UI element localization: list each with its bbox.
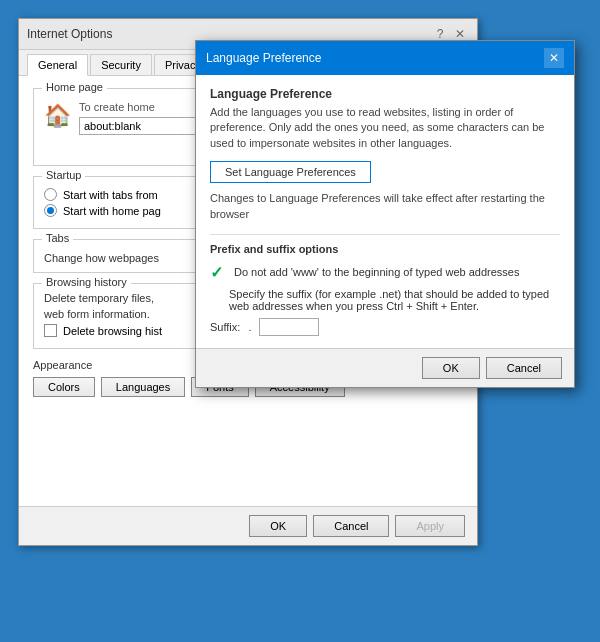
startup-radio2-fill	[47, 207, 54, 214]
suffix-input[interactable]	[259, 318, 319, 336]
ie-footer: OK Cancel Apply	[19, 506, 477, 545]
lang-section-title: Language Preference	[210, 87, 560, 101]
home-icon: 🏠	[44, 103, 71, 129]
startup-label2: Start with home pag	[63, 205, 161, 217]
tab-security[interactable]: Security	[90, 54, 152, 75]
suffix-desc: Specify the suffix (for example .net) th…	[229, 288, 560, 312]
lang-cancel-btn[interactable]: Cancel	[486, 357, 562, 379]
lang-preference-dialog: Language Preference ✕ Language Preferenc…	[195, 40, 575, 388]
homepage-section-label: Home page	[42, 81, 107, 93]
no-www-label: Do not add 'www' to the beginning of typ…	[234, 266, 520, 278]
suffix-check-icon: ✓	[210, 290, 223, 309]
suffix-row: Suffix: .	[210, 318, 560, 336]
startup-label1: Start with tabs from	[63, 189, 158, 201]
lang-content: Language Preference Add the languages yo…	[196, 75, 574, 348]
colors-btn[interactable]: Colors	[33, 377, 95, 397]
lang-titlebar: Language Preference ✕	[196, 41, 574, 75]
lang-divider	[210, 234, 560, 235]
delete-history-checkbox[interactable]	[44, 324, 57, 337]
startup-radio2[interactable]	[44, 204, 57, 217]
ie-apply-btn[interactable]: Apply	[395, 515, 465, 537]
no-www-row: ✓ Do not add 'www' to the beginning of t…	[210, 263, 560, 282]
lang-dialog-title: Language Preference	[206, 51, 321, 65]
ie-cancel-btn[interactable]: Cancel	[313, 515, 389, 537]
suffix-separator: .	[248, 321, 251, 333]
tab-general[interactable]: General	[27, 54, 88, 76]
no-www-check-icon: ✓	[210, 263, 228, 282]
ie-window-title: Internet Options	[27, 27, 112, 41]
tabs-section-label: Tabs	[42, 232, 73, 244]
lang-prefix-title: Prefix and suffix options	[210, 243, 560, 255]
set-language-btn[interactable]: Set Language Preferences	[210, 161, 371, 183]
ie-ok-btn[interactable]: OK	[249, 515, 307, 537]
lang-note: Changes to Language Preferences will tak…	[210, 191, 560, 222]
delete-history-label: Delete browsing hist	[63, 325, 162, 337]
startup-section-label: Startup	[42, 169, 85, 181]
suffix-field-label: Suffix:	[210, 321, 240, 333]
lang-footer: OK Cancel	[196, 348, 574, 387]
suffix-desc-row: ✓ Specify the suffix (for example .net) …	[210, 288, 560, 312]
lang-desc: Add the languages you use to read websit…	[210, 105, 560, 151]
languages-btn[interactable]: Languages	[101, 377, 185, 397]
startup-radio1[interactable]	[44, 188, 57, 201]
browsing-section-label: Browsing history	[42, 276, 131, 288]
lang-close-btn[interactable]: ✕	[544, 48, 564, 68]
lang-ok-btn[interactable]: OK	[422, 357, 480, 379]
